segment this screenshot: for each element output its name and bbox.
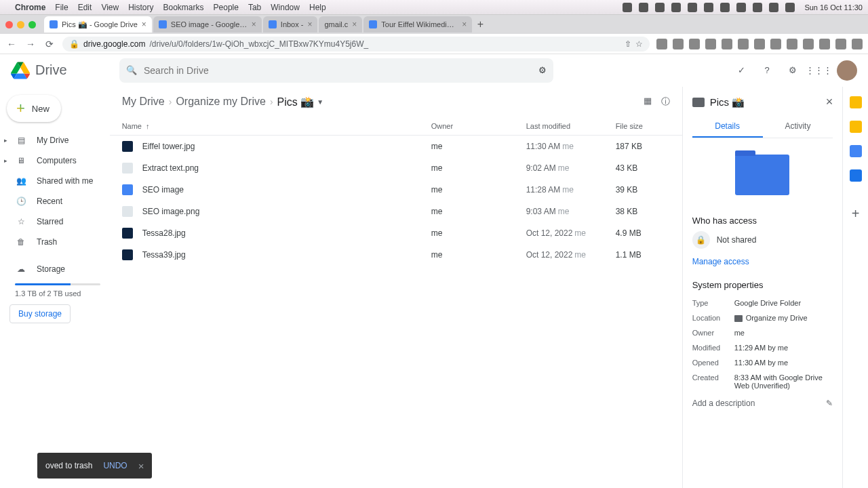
prop-value[interactable]: Organize my Drive <box>734 314 833 322</box>
extension-icon[interactable] <box>803 39 814 49</box>
file-row[interactable]: Tessa39.jpgmeOct 12, 2022me1.1 MB <box>110 244 682 266</box>
column-modified[interactable]: Last modified <box>526 122 616 130</box>
file-row[interactable]: Extract text.pngme9:02 AMme43 KB <box>110 157 682 179</box>
extension-icon[interactable] <box>852 39 863 49</box>
drive-logo[interactable]: Drive <box>11 61 113 80</box>
close-details-button[interactable]: × <box>826 95 833 109</box>
sidebar-item-recent[interactable]: 🕒Recent <box>0 191 110 211</box>
chevron-right-icon[interactable]: ▸ <box>4 137 7 144</box>
sidebar-item-shared[interactable]: 👥Shared with me <box>0 171 110 191</box>
sidebar-item-my-drive[interactable]: ▸▤My Drive <box>0 130 110 150</box>
apps-icon[interactable]: ⋮⋮⋮ <box>811 63 826 78</box>
menu-history[interactable]: History <box>128 3 153 12</box>
edit-icon[interactable]: ✎ <box>826 399 833 408</box>
extension-icon[interactable] <box>738 39 749 49</box>
sidebar-item-computers[interactable]: ▸🖥Computers <box>0 150 110 171</box>
sidebar-item-trash[interactable]: 🗑Trash <box>0 232 110 252</box>
extension-icon[interactable] <box>656 39 667 49</box>
tray-icon[interactable] <box>639 3 648 12</box>
breadcrumb-item[interactable]: My Drive <box>122 96 165 108</box>
menu-app[interactable]: Chrome <box>15 3 45 12</box>
forward-button[interactable]: → <box>24 38 37 50</box>
info-icon[interactable]: ⓘ <box>661 96 670 108</box>
extension-icon[interactable] <box>673 39 684 49</box>
manage-access-link[interactable]: Manage access <box>692 257 833 266</box>
grid-view-icon[interactable]: ▦ <box>644 96 652 108</box>
tray-icon[interactable] <box>671 3 681 12</box>
contacts-icon[interactable] <box>850 169 862 182</box>
support-icon[interactable]: ? <box>760 63 774 78</box>
tab-details[interactable]: Details <box>692 116 763 138</box>
new-tab-button[interactable]: + <box>473 18 487 31</box>
close-tab-icon[interactable]: × <box>252 20 256 29</box>
buy-storage-button[interactable]: Buy storage <box>9 304 71 323</box>
menu-tab[interactable]: Tab <box>248 3 261 12</box>
close-tab-icon[interactable]: × <box>352 20 357 29</box>
breadcrumb-item[interactable]: Organize my Drive <box>176 96 265 108</box>
close-tab-icon[interactable]: × <box>462 20 467 29</box>
maximize-window-button[interactable] <box>28 21 36 28</box>
menu-bookmarks[interactable]: Bookmarks <box>163 3 204 12</box>
file-row[interactable]: Tessa28.jpgmeOct 12, 2022me4.9 MB <box>110 222 682 244</box>
column-size[interactable]: File size <box>616 122 670 130</box>
menu-people[interactable]: People <box>214 3 239 12</box>
browser-tab[interactable]: Inbox -× <box>263 16 318 33</box>
search-bar[interactable]: 🔍 ⚙ <box>119 58 553 83</box>
menu-view[interactable]: View <box>101 3 119 12</box>
extension-icon[interactable] <box>787 39 797 49</box>
add-description-input[interactable]: Add a description <box>692 399 755 408</box>
sidebar-item-storage[interactable]: ☁Storage <box>0 259 110 279</box>
extension-icon[interactable] <box>689 39 700 49</box>
tray-icon[interactable] <box>736 3 746 12</box>
extension-icon[interactable] <box>770 39 781 49</box>
close-toast-button[interactable]: × <box>138 460 144 472</box>
extension-icon[interactable] <box>722 39 732 49</box>
extension-icon[interactable] <box>835 39 846 49</box>
menu-window[interactable]: Window <box>271 3 300 12</box>
tray-icon[interactable] <box>753 3 762 12</box>
close-tab-icon[interactable]: × <box>142 20 146 29</box>
browser-tab[interactable]: Tour Eiffel Wikimedia Comm× <box>363 16 472 33</box>
menu-file[interactable]: File <box>55 3 68 12</box>
share-icon[interactable]: ⇧ <box>625 39 631 49</box>
tray-icon[interactable] <box>623 3 632 12</box>
tray-icon[interactable] <box>720 3 730 12</box>
tray-icon[interactable] <box>785 3 795 12</box>
tab-activity[interactable]: Activity <box>763 116 833 138</box>
chevron-right-icon[interactable]: ▸ <box>4 157 7 164</box>
extension-icon[interactable] <box>705 39 716 49</box>
menu-edit[interactable]: Edit <box>78 3 92 12</box>
menubar-clock[interactable]: Sun 16 Oct 11:30 <box>804 3 863 12</box>
browser-tab[interactable]: SEO image - Google Docs× <box>153 16 262 33</box>
browser-tab[interactable]: gmail.c× <box>319 16 362 33</box>
tray-icon[interactable] <box>688 3 697 12</box>
extension-icon[interactable] <box>819 39 830 49</box>
tray-icon[interactable] <box>655 3 665 12</box>
file-row[interactable]: SEO imageme11:28 AMme39 KB <box>110 179 682 201</box>
url-input[interactable]: 🔒 drive.google.com/drive/u/0/folders/1w-… <box>62 37 650 52</box>
column-owner[interactable]: Owner <box>431 122 526 130</box>
menu-help[interactable]: Help <box>309 3 326 12</box>
extension-icon[interactable] <box>754 39 765 49</box>
search-input[interactable] <box>144 65 532 76</box>
keep-icon[interactable] <box>850 121 862 133</box>
file-row[interactable]: SEO image.pngme9:03 AMme38 KB <box>110 201 682 222</box>
tray-icon[interactable] <box>769 3 778 12</box>
star-icon[interactable]: ☆ <box>635 39 643 49</box>
calendar-icon[interactable] <box>850 96 862 108</box>
settings-icon[interactable]: ⚙ <box>785 63 800 78</box>
close-window-button[interactable] <box>5 21 13 28</box>
tasks-icon[interactable] <box>850 145 862 157</box>
breadcrumb-current[interactable]: Pics 📸 ▼ <box>277 96 324 108</box>
account-avatar[interactable] <box>837 60 857 81</box>
new-button[interactable]: + New <box>7 95 61 122</box>
sidebar-item-starred[interactable]: ☆Starred <box>0 211 110 232</box>
browser-tab[interactable]: Pics 📸 - Google Drive× <box>44 16 152 33</box>
ready-offline-icon[interactable]: ✓ <box>734 63 749 78</box>
reload-button[interactable]: ⟳ <box>43 38 56 50</box>
search-options-icon[interactable]: ⚙ <box>538 65 547 75</box>
get-addons-button[interactable]: + <box>850 207 862 220</box>
close-tab-icon[interactable]: × <box>307 20 312 29</box>
undo-button[interactable]: UNDO <box>103 461 127 470</box>
file-row[interactable]: Eiffel tower.jpgme11:30 AMme187 KB <box>110 136 682 157</box>
